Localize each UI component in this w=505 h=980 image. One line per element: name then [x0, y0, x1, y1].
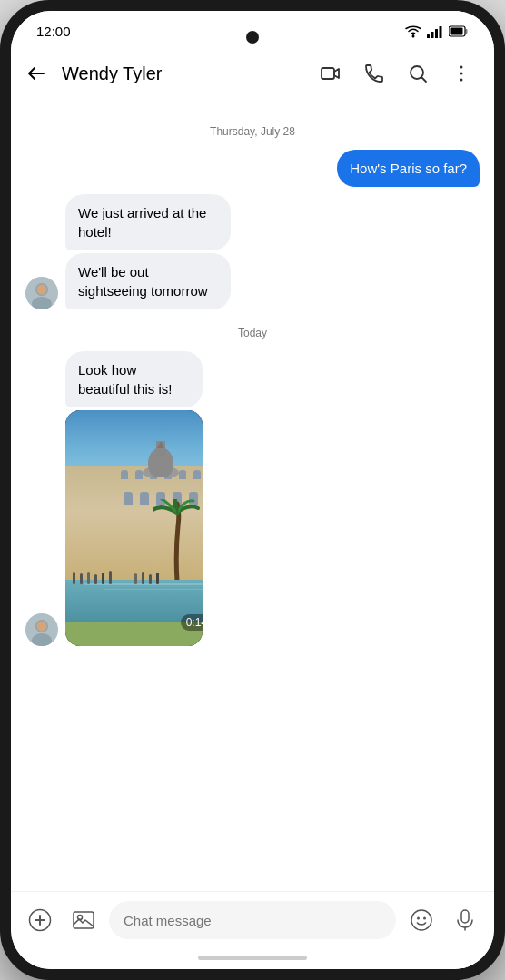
message-row: How's Paris so far?	[25, 150, 480, 187]
contact-name: Wendy Tyler	[62, 64, 309, 84]
status-time: 12:00	[36, 24, 71, 39]
mic-button[interactable]	[447, 902, 483, 938]
svg-rect-4	[440, 26, 442, 38]
thursday-divider: Thursday, July 28	[25, 122, 480, 139]
avatar	[25, 277, 58, 309]
back-button[interactable]	[18, 55, 54, 92]
svg-rect-8	[322, 68, 334, 79]
today-received-bubbles: Look how beautiful this is!	[65, 351, 256, 646]
chat-area: Thursday, July 28 How's Paris so far?	[11, 101, 494, 891]
svg-point-0	[412, 34, 415, 37]
input-area	[11, 891, 494, 948]
received-bubble-3: Look how beautiful this is!	[65, 351, 203, 407]
today-divider: Today	[25, 324, 480, 340]
home-indicator	[11, 948, 494, 969]
svg-point-30	[411, 910, 431, 930]
svg-point-31	[417, 917, 420, 920]
add-button[interactable]	[22, 902, 58, 938]
search-button[interactable]	[400, 55, 436, 92]
more-options-button[interactable]	[443, 55, 480, 92]
video-thumbnail: 0:14	[65, 410, 203, 646]
dome	[138, 441, 183, 481]
video-duration: 0:14	[181, 614, 203, 631]
svg-rect-2	[431, 32, 434, 38]
video-overlay: 0:14	[74, 608, 203, 637]
svg-rect-6	[466, 29, 468, 34]
svg-rect-33	[461, 910, 469, 923]
phone-screen: 12:00	[11, 11, 494, 969]
header-icons	[312, 55, 480, 92]
svg-point-32	[423, 917, 426, 920]
attach-button[interactable]	[65, 902, 102, 938]
svg-rect-1	[427, 34, 430, 38]
video-message-bubble[interactable]: 0:14	[65, 410, 203, 646]
svg-rect-28	[74, 912, 94, 928]
received-group: We just arrived at the hotel! We'll be o…	[25, 194, 480, 309]
sent-bubble: How's Paris so far?	[337, 150, 480, 187]
wifi-icon	[405, 25, 421, 38]
svg-rect-7	[451, 28, 463, 35]
app-header: Wendy Tyler	[11, 46, 494, 101]
phone-call-button[interactable]	[356, 55, 392, 92]
home-bar	[198, 956, 307, 960]
status-icons	[405, 25, 469, 38]
people	[65, 571, 203, 584]
svg-point-16	[37, 285, 47, 295]
battery-icon	[449, 25, 469, 37]
video-call-button[interactable]	[312, 55, 349, 92]
today-received-group: Look how beautiful this is!	[25, 351, 480, 646]
svg-point-12	[460, 79, 463, 82]
chat-input[interactable]	[109, 901, 396, 939]
camera-notch	[246, 31, 259, 44]
emoji-button[interactable]	[403, 902, 440, 938]
avatar-today	[25, 613, 58, 646]
received-bubble-2: We'll be out sightseeing tomorrow	[65, 253, 231, 309]
svg-point-20	[37, 622, 47, 632]
received-bubbles: We just arrived at the hotel! We'll be o…	[65, 194, 294, 309]
phone-frame: 12:00	[0, 0, 505, 980]
received-bubble-1: We just arrived at the hotel!	[65, 194, 231, 250]
svg-rect-3	[435, 29, 438, 38]
svg-point-10	[460, 66, 463, 69]
signal-icon	[427, 25, 443, 38]
svg-point-11	[460, 73, 463, 75]
